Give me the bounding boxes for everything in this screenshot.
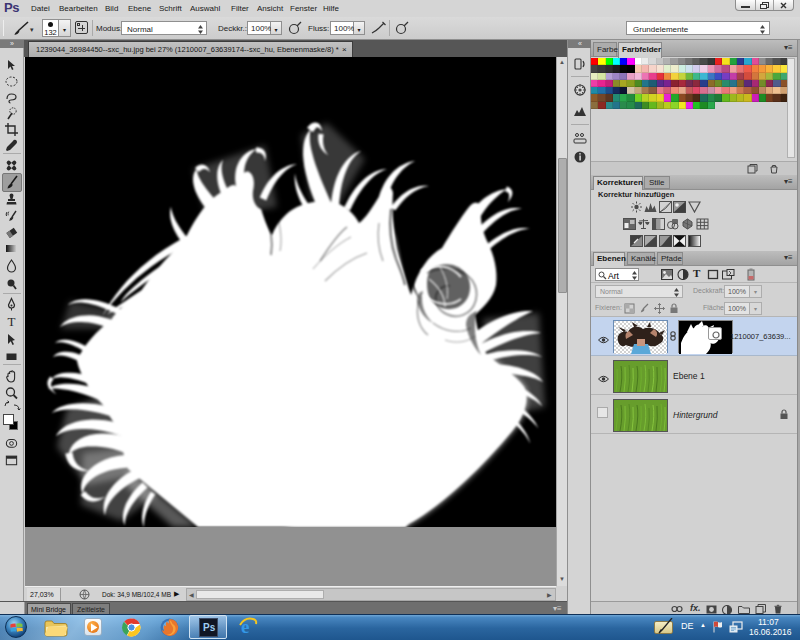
svg-text:T: T (8, 314, 16, 329)
